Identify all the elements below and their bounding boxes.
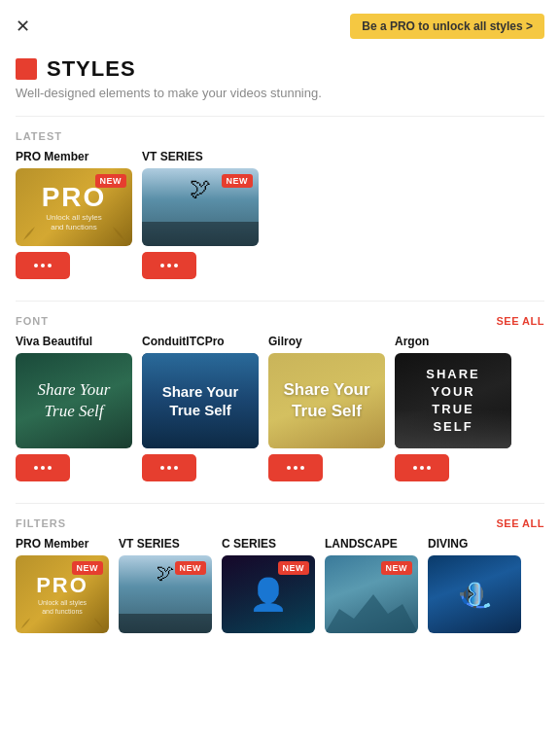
latest-vt-action[interactable] [142, 252, 196, 279]
filters-cards-row: PRO Member PRO Unlock all stylesand func… [0, 537, 560, 645]
font-conduit-action[interactable] [142, 454, 196, 481]
font-viva-text: Share YourTrue Self [38, 379, 111, 422]
filter-vt-label: VT SERIES [119, 537, 180, 551]
title-icon [16, 58, 37, 80]
latest-pro-badge: NEW [95, 174, 127, 188]
filters-label: FILTERS [16, 517, 66, 529]
spinner-icon [413, 466, 431, 470]
spinner-icon [160, 264, 178, 267]
filter-pro-card: PRO Member PRO Unlock all stylesand func… [16, 537, 109, 633]
filter-landscape-label: LANDSCAPE [325, 537, 398, 551]
filter-landscape-card: LANDSCAPE NEW [325, 537, 418, 633]
filter-pro-label: PRO Member [16, 537, 88, 551]
latest-pro-label: PRO Member [16, 150, 88, 163]
filter-diving-card: DIVING 🤿 [428, 537, 521, 633]
font-gilroy-thumb[interactable]: Share YourTrue Self [268, 353, 385, 448]
filter-landscape-badge: NEW [381, 561, 413, 575]
filter-c-thumb[interactable]: 👤 NEW [222, 555, 315, 633]
filter-pro-subtext: Unlock all stylesand functions [38, 598, 87, 616]
filters-see-all[interactable]: SEE ALL [496, 517, 544, 529]
latest-pro-action[interactable] [16, 252, 70, 279]
divider-2 [16, 301, 544, 302]
filter-vt-card: VT SERIES 🕊 NEW [119, 537, 212, 633]
font-conduit-card: ConduitITCPro Share YourTrue Self [142, 335, 259, 481]
filter-c-card: C SERIES 👤 NEW [222, 537, 315, 633]
font-argon-text: SHAREYOURTRUESELF [426, 366, 480, 437]
font-viva-card: Viva Beautiful Share YourTrue Self [16, 335, 132, 481]
filter-pro-text: PRO [36, 573, 88, 598]
font-see-all[interactable]: SEE ALL [496, 315, 544, 327]
font-viva-label: Viva Beautiful [16, 335, 92, 348]
page-title: STYLES [47, 56, 136, 82]
latest-pro-card: PRO Member PRO Unlock all stylesand func… [16, 150, 132, 279]
filter-diving-thumb[interactable]: 🤿 [428, 555, 521, 633]
filter-c-badge: NEW [278, 561, 310, 575]
filter-vt-bird: 🕊 [157, 563, 174, 584]
spinner-icon [34, 466, 52, 470]
filter-vt-thumb[interactable]: 🕊 NEW [119, 555, 212, 633]
font-gilroy-text: Share YourTrue Self [283, 379, 369, 422]
font-argon-label: Argon [395, 335, 429, 348]
divider-3 [16, 503, 544, 504]
c-face-icon: 👤 [249, 576, 288, 613]
font-gilroy-label: Gilroy [268, 335, 302, 348]
filter-pro-thumb[interactable]: PRO Unlock all stylesand functions NEW [16, 555, 109, 633]
latest-label: LATEST [16, 130, 62, 142]
latest-section-header: LATEST [0, 126, 560, 150]
latest-pro-thumb[interactable]: PRO Unlock all stylesand functions NEW [16, 168, 132, 246]
close-button[interactable]: ✕ [16, 18, 30, 35]
font-label: FONT [16, 315, 49, 327]
font-gilroy-card: Gilroy Share YourTrue Self [268, 335, 385, 481]
filter-c-label: C SERIES [222, 537, 276, 551]
font-argon-thumb[interactable]: SHAREYOURTRUESELF [395, 353, 511, 448]
latest-vt-label: VT SERIES [142, 150, 203, 163]
page-header: STYLES Well-designed elements to make yo… [0, 47, 560, 106]
font-argon-action[interactable] [395, 454, 449, 481]
fence-graphic [142, 222, 259, 246]
spinner-icon [34, 264, 52, 267]
filter-vt-fence [119, 614, 212, 633]
font-conduit-label: ConduitITCPro [142, 335, 225, 348]
latest-vt-card: VT SERIES 🕊 NEW [142, 150, 259, 279]
bird-icon: 🕊 [190, 176, 211, 201]
filter-landscape-thumb[interactable]: NEW [325, 555, 418, 633]
font-gilroy-action[interactable] [268, 454, 323, 481]
font-viva-thumb[interactable]: Share YourTrue Self [16, 353, 132, 448]
latest-vt-badge: NEW [222, 174, 254, 188]
pro-text-small: Unlock all stylesand functions [46, 213, 101, 233]
filter-diving-label: DIVING [428, 537, 468, 551]
font-section-header: FONT SEE ALL [0, 311, 560, 335]
filters-section-header: FILTERS SEE ALL [0, 514, 560, 537]
pro-banner-button[interactable]: Be a PRO to unlock all styles > [350, 14, 544, 39]
divider [16, 116, 544, 117]
font-cards-row: Viva Beautiful Share YourTrue Self Condu… [0, 335, 560, 493]
font-conduit-text: Share YourTrue Self [162, 382, 239, 420]
filter-vt-badge: NEW [175, 561, 207, 575]
font-conduit-thumb[interactable]: Share YourTrue Self [142, 353, 259, 448]
latest-cards-row: PRO Member PRO Unlock all stylesand func… [0, 150, 560, 291]
title-row: STYLES [16, 56, 544, 82]
spinner-icon [160, 466, 178, 470]
latest-vt-thumb[interactable]: 🕊 NEW [142, 168, 259, 246]
top-bar: ✕ Be a PRO to unlock all styles > [0, 0, 560, 47]
filter-pro-badge: NEW [72, 561, 104, 575]
font-viva-action[interactable] [16, 454, 70, 481]
spinner-icon [287, 466, 304, 470]
diver-icon: 🤿 [459, 578, 491, 612]
page-subtitle: Well-designed elements to make your vide… [16, 86, 544, 100]
font-argon-card: Argon SHAREYOURTRUESELF [395, 335, 511, 481]
